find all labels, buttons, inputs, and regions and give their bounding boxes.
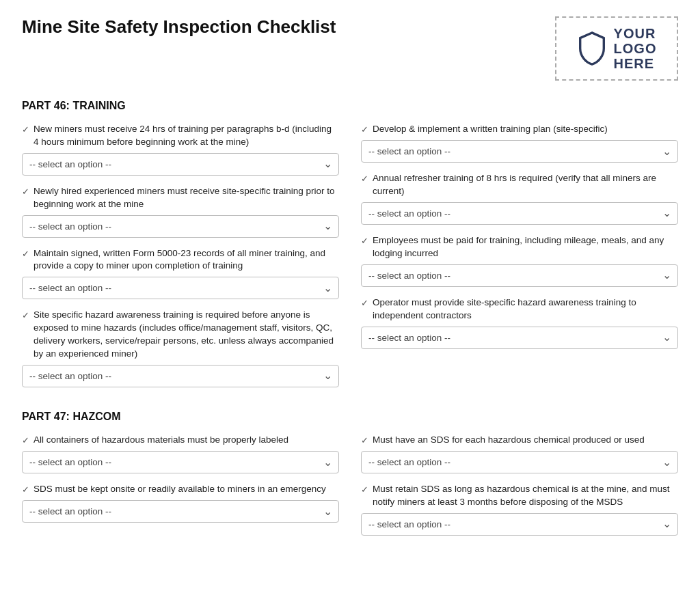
shield-icon [577, 31, 607, 66]
checklist-item-p46_7: ✓Site specific hazard awareness training… [22, 309, 339, 387]
section-part46: PART 46: TRAINING✓New miners must receiv… [22, 100, 678, 397]
right-col-part47: ✓Must have an SDS for each hazardous che… [361, 434, 678, 545]
chevron-icon-p46_4: ✓ [361, 173, 368, 185]
chevron-icon-p46_3: ✓ [22, 186, 29, 198]
checklist-item-p46_4: ✓Annual refresher training of 8 hrs is r… [361, 172, 678, 225]
select-wrapper-p46_8: -- select an option --CompliantNon-Compl… [361, 327, 678, 349]
label-text-p47_1: All containers of hazardous materials mu… [33, 434, 339, 447]
chevron-icon-p47_3: ✓ [22, 484, 29, 496]
select-p46_1[interactable]: -- select an option --CompliantNon-Compl… [22, 153, 339, 176]
select-wrapper-p46_4: -- select an option --CompliantNon-Compl… [361, 202, 678, 225]
label-text-p46_2: Develop & implement a written training p… [373, 123, 678, 136]
label-text-p46_5: Maintain signed, written Form 5000-23 re… [33, 247, 339, 273]
chevron-icon-p47_4: ✓ [361, 484, 368, 496]
select-wrapper-p47_1: -- select an option --CompliantNon-Compl… [22, 451, 339, 473]
section-title-part46: PART 46: TRAINING [22, 100, 678, 112]
checklist-item-p47_3: ✓SDS must be kept onsite or readily avai… [22, 483, 339, 523]
label-text-p46_8: Operator must provide site-specific haza… [373, 296, 678, 322]
left-col-part46: ✓New miners must receive 24 hrs of train… [22, 123, 339, 397]
select-p46_6[interactable]: -- select an option --CompliantNon-Compl… [361, 264, 678, 287]
chevron-icon-p46_6: ✓ [361, 235, 368, 247]
select-wrapper-p46_1: -- select an option --CompliantNon-Compl… [22, 153, 339, 176]
item-label-p46_6: ✓Employees must be paid for training, in… [361, 234, 678, 260]
item-label-p46_2: ✓Develop & implement a written training … [361, 123, 678, 136]
sections-container: PART 46: TRAINING✓New miners must receiv… [22, 100, 678, 545]
chevron-icon-p47_1: ✓ [22, 435, 29, 447]
checklist-item-p46_6: ✓Employees must be paid for training, in… [361, 234, 678, 287]
label-text-p46_6: Employees must be paid for training, inc… [373, 234, 678, 260]
select-wrapper-p47_3: -- select an option --CompliantNon-Compl… [22, 500, 339, 523]
select-p47_1[interactable]: -- select an option --CompliantNon-Compl… [22, 451, 339, 473]
label-text-p47_3: SDS must be kept onsite or readily avail… [33, 483, 339, 496]
page-title: Mine Site Safety Inspection Checklist [22, 16, 336, 38]
item-label-p46_1: ✓New miners must receive 24 hrs of train… [22, 123, 339, 149]
label-text-p46_3: Newly hired experienced miners must rece… [33, 185, 339, 211]
checklist-item-p47_4: ✓Must retain SDS as long as hazardous ch… [361, 483, 678, 536]
label-text-p46_4: Annual refresher training of 8 hrs is re… [373, 172, 678, 198]
checklist-item-p47_2: ✓Must have an SDS for each hazardous che… [361, 434, 678, 473]
checklist-grid-part46: ✓New miners must receive 24 hrs of train… [22, 123, 678, 397]
select-p46_7[interactable]: -- select an option --CompliantNon-Compl… [22, 365, 339, 387]
chevron-icon-p46_8: ✓ [361, 297, 368, 309]
select-wrapper-p46_2: -- select an option --CompliantNon-Compl… [361, 140, 678, 163]
checklist-item-p46_5: ✓Maintain signed, written Form 5000-23 r… [22, 247, 339, 300]
checklist-item-p46_3: ✓Newly hired experienced miners must rec… [22, 185, 339, 238]
select-p46_2[interactable]: -- select an option --CompliantNon-Compl… [361, 140, 678, 163]
item-label-p46_3: ✓Newly hired experienced miners must rec… [22, 185, 339, 211]
select-p46_4[interactable]: -- select an option --CompliantNon-Compl… [361, 202, 678, 225]
section-part47: PART 47: HAZCOM✓All containers of hazard… [22, 411, 678, 545]
checklist-item-p46_8: ✓Operator must provide site-specific haz… [361, 296, 678, 349]
label-text-p47_2: Must have an SDS for each hazardous chem… [373, 434, 678, 447]
select-p46_3[interactable]: -- select an option --CompliantNon-Compl… [22, 215, 339, 238]
select-wrapper-p47_4: -- select an option --CompliantNon-Compl… [361, 513, 678, 536]
label-text-p46_1: New miners must receive 24 hrs of traini… [33, 123, 339, 149]
select-wrapper-p46_5: -- select an option --CompliantNon-Compl… [22, 277, 339, 299]
label-text-p47_4: Must retain SDS as long as hazardous che… [373, 483, 678, 509]
chevron-icon-p47_2: ✓ [361, 435, 368, 447]
select-p47_4[interactable]: -- select an option --CompliantNon-Compl… [361, 513, 678, 536]
checklist-item-p46_1: ✓New miners must receive 24 hrs of train… [22, 123, 339, 176]
left-col-part47: ✓All containers of hazardous materials m… [22, 434, 339, 545]
page-header: Mine Site Safety Inspection Checklist YO… [22, 16, 678, 81]
select-p46_5[interactable]: -- select an option --CompliantNon-Compl… [22, 277, 339, 299]
checklist-item-p46_2: ✓Develop & implement a written training … [361, 123, 678, 163]
chevron-icon-p46_2: ✓ [361, 124, 368, 136]
select-p47_2[interactable]: -- select an option --CompliantNon-Compl… [361, 451, 678, 473]
select-p46_8[interactable]: -- select an option --CompliantNon-Compl… [361, 327, 678, 349]
chevron-icon-p46_5: ✓ [22, 248, 29, 260]
section-title-part47: PART 47: HAZCOM [22, 411, 678, 423]
checklist-grid-part47: ✓All containers of hazardous materials m… [22, 434, 678, 545]
select-p47_3[interactable]: -- select an option --CompliantNon-Compl… [22, 500, 339, 523]
item-label-p46_5: ✓Maintain signed, written Form 5000-23 r… [22, 247, 339, 273]
logo-placeholder: YOURLOGOHERE [555, 16, 678, 81]
item-label-p46_7: ✓Site specific hazard awareness training… [22, 309, 339, 361]
chevron-icon-p46_1: ✓ [22, 124, 29, 136]
select-wrapper-p47_2: -- select an option --CompliantNon-Compl… [361, 451, 678, 473]
label-text-p46_7: Site specific hazard awareness training … [33, 309, 339, 361]
item-label-p47_2: ✓Must have an SDS for each hazardous che… [361, 434, 678, 447]
logo-text: YOURLOGOHERE [614, 26, 657, 71]
item-label-p46_8: ✓Operator must provide site-specific haz… [361, 296, 678, 322]
select-wrapper-p46_3: -- select an option --CompliantNon-Compl… [22, 215, 339, 238]
item-label-p47_1: ✓All containers of hazardous materials m… [22, 434, 339, 447]
item-label-p47_3: ✓SDS must be kept onsite or readily avai… [22, 483, 339, 496]
item-label-p47_4: ✓Must retain SDS as long as hazardous ch… [361, 483, 678, 509]
item-label-p46_4: ✓Annual refresher training of 8 hrs is r… [361, 172, 678, 198]
select-wrapper-p46_7: -- select an option --CompliantNon-Compl… [22, 365, 339, 387]
checklist-item-p47_1: ✓All containers of hazardous materials m… [22, 434, 339, 473]
chevron-icon-p46_7: ✓ [22, 309, 29, 322]
right-col-part46: ✓Develop & implement a written training … [361, 123, 678, 397]
select-wrapper-p46_6: -- select an option --CompliantNon-Compl… [361, 264, 678, 287]
